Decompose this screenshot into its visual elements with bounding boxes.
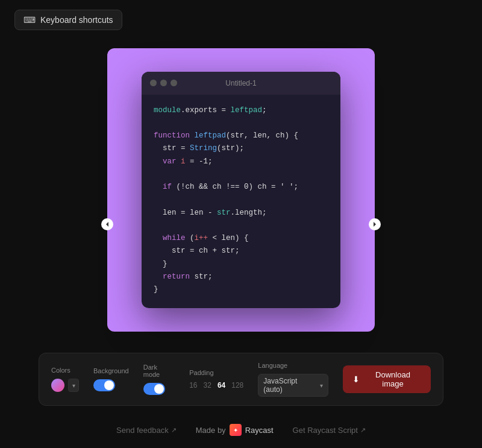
code-line	[154, 219, 328, 232]
preview-area: Untitled-1 module.exports = leftpad; fun…	[107, 48, 375, 332]
color-swatch[interactable]	[51, 379, 64, 392]
code-line: var i = -1;	[154, 156, 328, 168]
code-line	[154, 168, 328, 181]
color-caret-button[interactable]: ▾	[68, 379, 79, 392]
dot-red	[150, 80, 157, 86]
code-body: module.exports = leftpad; function leftp…	[142, 95, 340, 309]
code-line: str = String(str);	[154, 142, 328, 155]
footer: Send feedback Made by ✦ Raycast Get Rayc…	[0, 424, 482, 436]
language-value: JavaScript (auto)	[263, 377, 316, 394]
svg-marker-1	[374, 222, 376, 227]
code-line: module.exports = leftpad;	[154, 104, 328, 117]
padding-label: Padding	[189, 369, 243, 376]
padding-32[interactable]: 32	[204, 381, 211, 390]
code-line: function leftpad(str, len, ch) {	[154, 130, 328, 142]
dot-yellow	[160, 80, 167, 86]
feedback-label: Send feedback	[116, 426, 169, 435]
colors-label: Colors	[51, 367, 79, 374]
language-group: Language JavaScript (auto) ▾	[258, 362, 328, 397]
window-title: Untitled-1	[225, 79, 256, 87]
padding-options: 16 32 64 128	[189, 381, 243, 390]
background-toggle[interactable]	[93, 379, 115, 391]
code-line	[154, 194, 328, 206]
darkmode-toggle[interactable]	[143, 383, 165, 395]
made-by-label: Made by	[196, 426, 226, 435]
toolbar: Colors ▾ Background Dark mode Padding 16…	[39, 353, 443, 406]
svg-marker-0	[106, 222, 108, 227]
next-arrow-button[interactable]	[369, 218, 381, 230]
darkmode-label: Dark mode	[143, 364, 175, 378]
padding-128[interactable]: 128	[231, 381, 243, 390]
code-line: if (!ch && ch !== 0) ch = ' ';	[154, 181, 328, 194]
colors-control[interactable]: ▾	[51, 379, 79, 392]
code-line	[154, 117, 328, 130]
code-line: }	[154, 258, 328, 271]
colors-group: Colors ▾	[51, 367, 79, 392]
toggle-knob-dark	[154, 384, 164, 394]
chevron-down-icon: ▾	[320, 382, 323, 389]
padding-64[interactable]: 64	[218, 381, 225, 390]
dot-green	[171, 80, 177, 86]
background-label: Background	[93, 367, 129, 374]
code-line: str = ch + str;	[154, 245, 328, 257]
feedback-link[interactable]: Send feedback	[116, 426, 177, 435]
toggle-knob	[104, 380, 114, 390]
darkmode-group: Dark mode	[143, 364, 175, 395]
download-label: Download image	[365, 370, 421, 388]
top-bar-title: Keyboard shortcuts	[40, 15, 113, 25]
code-line: len = len - str.length;	[154, 207, 328, 219]
code-line: }	[154, 283, 328, 296]
prev-arrow-button[interactable]	[101, 218, 113, 230]
padding-16[interactable]: 16	[189, 381, 197, 390]
keyboard-icon: ⌨	[23, 15, 36, 25]
padding-group: Padding 16 32 64 128	[189, 369, 243, 390]
language-select[interactable]: JavaScript (auto) ▾	[258, 374, 328, 397]
code-line: return str;	[154, 271, 328, 283]
raycast-script-link[interactable]: Get Raycast Script	[293, 426, 366, 435]
code-line: while (i++ < len) {	[154, 232, 328, 245]
raycast-logo: ✦	[230, 424, 242, 436]
window-dots	[150, 80, 177, 86]
download-button[interactable]: ⬇ Download image	[343, 365, 431, 393]
window-titlebar: Untitled-1	[142, 72, 340, 95]
made-by-section: Made by ✦ Raycast	[196, 424, 274, 436]
background-group: Background	[93, 367, 129, 391]
download-icon: ⬇	[352, 374, 360, 384]
language-label: Language	[258, 362, 328, 369]
script-label: Get Raycast Script	[293, 426, 358, 435]
top-bar: ⌨ Keyboard shortcuts	[14, 10, 122, 30]
code-window: Untitled-1 module.exports = leftpad; fun…	[142, 72, 340, 309]
brand-label: Raycast	[245, 426, 274, 435]
